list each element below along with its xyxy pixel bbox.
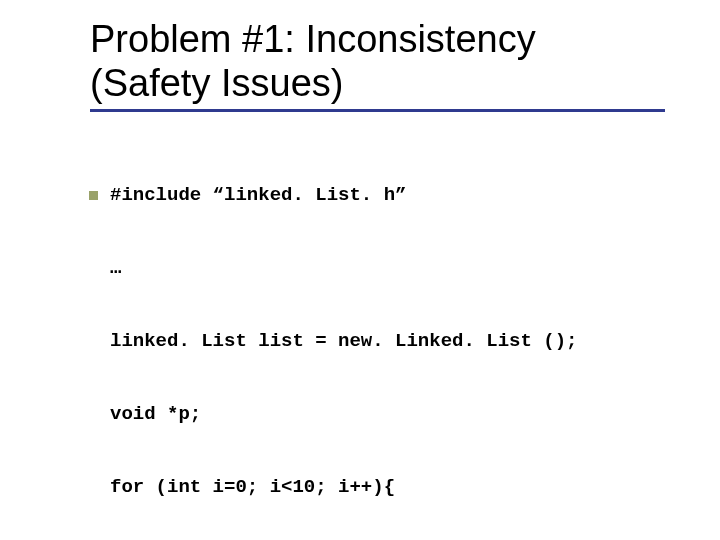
- code-line: for (int i=0; i<10; i++){: [110, 475, 670, 499]
- code-line: void *p;: [110, 402, 670, 426]
- code-first-row: #include “linked. List. h”: [110, 183, 670, 207]
- title-line-2: (Safety Issues): [90, 62, 343, 104]
- slide: Problem #1: Inconsistency (Safety Issues…: [0, 0, 720, 540]
- title-underline: [90, 109, 665, 112]
- title-line-1: Problem #1: Inconsistency: [90, 18, 536, 60]
- code-line: …: [110, 256, 670, 280]
- code-line: #include “linked. List. h”: [110, 183, 406, 207]
- code-line: linked. List list = new. Linked. List ()…: [110, 329, 670, 353]
- bullet-icon: [89, 191, 98, 200]
- slide-title: Problem #1: Inconsistency (Safety Issues…: [90, 18, 670, 105]
- code-block-1: #include “linked. List. h” … linked. Lis…: [110, 134, 670, 540]
